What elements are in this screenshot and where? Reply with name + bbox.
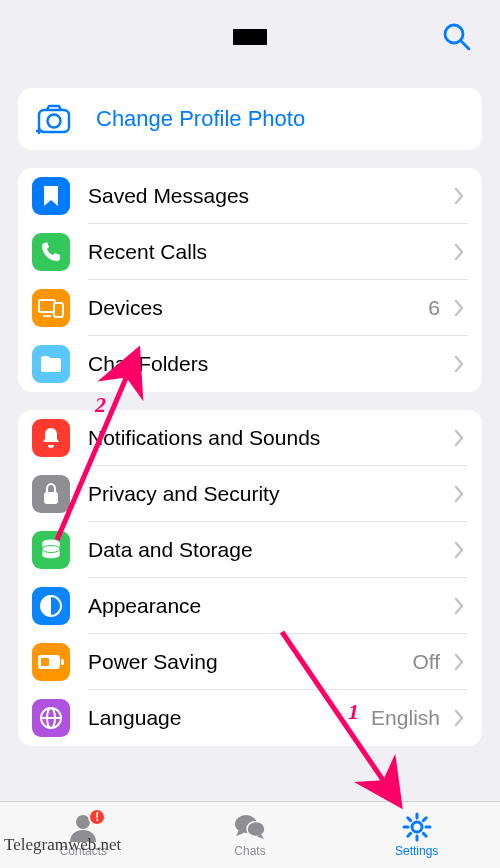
tab-bar: ! Contacts Chats Settings: [0, 801, 500, 868]
search-button[interactable]: [442, 22, 472, 56]
chevron-right-icon: [454, 597, 464, 615]
camera-plus-icon: [36, 104, 72, 134]
contacts-badge: !: [88, 808, 106, 826]
row-notifications[interactable]: Notifications and Sounds: [18, 410, 482, 466]
header-bar: [0, 0, 500, 74]
chevron-right-icon: [454, 243, 464, 261]
database-icon: [32, 531, 70, 569]
chevron-right-icon: [454, 187, 464, 205]
svg-rect-8: [54, 303, 63, 317]
row-recent-calls[interactable]: Recent Calls: [18, 224, 482, 280]
svg-line-29: [423, 833, 426, 836]
svg-rect-16: [41, 658, 49, 666]
tab-label: Contacts: [60, 844, 107, 858]
bell-icon: [32, 419, 70, 457]
svg-rect-15: [61, 659, 64, 665]
contacts-icon: !: [66, 812, 100, 842]
tab-label: Chats: [234, 844, 265, 858]
change-profile-photo-label: Change Profile Photo: [96, 106, 305, 132]
row-language[interactable]: Language English: [18, 690, 482, 746]
phone-icon: [32, 233, 70, 271]
row-label: Devices: [88, 296, 428, 320]
folder-icon: [32, 345, 70, 383]
row-chat-folders[interactable]: Chat Folders: [18, 336, 482, 392]
globe-icon: [32, 699, 70, 737]
lock-icon: [32, 475, 70, 513]
chevron-right-icon: [454, 653, 464, 671]
settings-group-2: Notifications and Sounds Privacy and Sec…: [18, 410, 482, 746]
chats-icon: [233, 812, 267, 842]
row-label: Power Saving: [88, 650, 412, 674]
tab-label: Settings: [395, 844, 438, 858]
svg-line-1: [461, 41, 469, 49]
search-icon: [442, 22, 472, 52]
row-label: Data and Storage: [88, 538, 450, 562]
svg-line-30: [407, 833, 410, 836]
row-label: Chat Folders: [88, 352, 450, 376]
svg-line-31: [423, 818, 426, 821]
row-label: Notifications and Sounds: [88, 426, 450, 450]
row-label: Privacy and Security: [88, 482, 450, 506]
change-profile-photo-button[interactable]: Change Profile Photo: [18, 88, 482, 150]
row-label: Recent Calls: [88, 240, 450, 264]
row-saved-messages[interactable]: Saved Messages: [18, 168, 482, 224]
tab-contacts[interactable]: ! Contacts: [0, 802, 167, 868]
tab-settings[interactable]: Settings: [333, 802, 500, 868]
chevron-right-icon: [454, 299, 464, 317]
settings-icon: [400, 812, 434, 842]
chevron-right-icon: [454, 541, 464, 559]
page-title-redacted: [233, 29, 267, 45]
chevron-right-icon: [454, 709, 464, 727]
row-label: Saved Messages: [88, 184, 450, 208]
row-label: Language: [88, 706, 371, 730]
row-value: Off: [412, 650, 440, 674]
row-power-saving[interactable]: Power Saving Off: [18, 634, 482, 690]
svg-line-28: [407, 818, 410, 821]
devices-icon: [32, 289, 70, 327]
chevron-right-icon: [454, 485, 464, 503]
contrast-icon: [32, 587, 70, 625]
row-devices[interactable]: Devices 6: [18, 280, 482, 336]
chevron-right-icon: [454, 429, 464, 447]
svg-rect-6: [39, 300, 55, 312]
svg-point-23: [412, 822, 422, 832]
tab-chats[interactable]: Chats: [167, 802, 334, 868]
bookmark-icon: [32, 177, 70, 215]
row-data-storage[interactable]: Data and Storage: [18, 522, 482, 578]
row-value: English: [371, 706, 440, 730]
svg-point-22: [247, 822, 265, 837]
svg-rect-9: [44, 492, 58, 504]
row-appearance[interactable]: Appearance: [18, 578, 482, 634]
row-value: 6: [428, 296, 440, 320]
settings-group-1: Saved Messages Recent Calls Devices 6: [18, 168, 482, 392]
chevron-right-icon: [454, 355, 464, 373]
change-photo-card: Change Profile Photo: [18, 88, 482, 150]
battery-icon: [32, 643, 70, 681]
svg-point-3: [48, 115, 61, 128]
row-label: Appearance: [88, 594, 450, 618]
row-privacy[interactable]: Privacy and Security: [18, 466, 482, 522]
